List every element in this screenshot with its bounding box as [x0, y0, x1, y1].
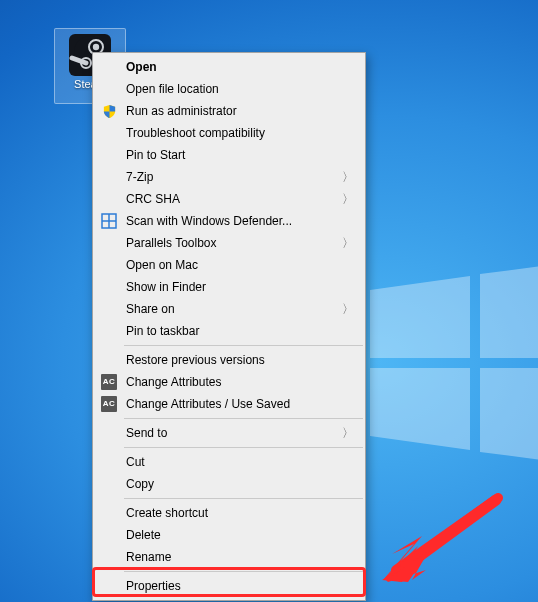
menu-item-troubleshoot-compatibility[interactable]: Troubleshoot compatibility: [94, 122, 364, 144]
menu-item-change-attributes[interactable]: AC Change Attributes: [94, 371, 364, 393]
menu-item-label: Show in Finder: [126, 280, 206, 294]
menu-item-change-attributes-saved[interactable]: AC Change Attributes / Use Saved: [94, 393, 364, 415]
svg-marker-19: [386, 550, 430, 582]
svg-marker-16: [383, 546, 418, 580]
svg-marker-18: [386, 552, 428, 582]
menu-item-label: CRC SHA: [126, 192, 180, 206]
chevron-right-icon: 〉: [342, 232, 354, 254]
svg-marker-14: [383, 536, 422, 580]
defender-shield-icon: [100, 212, 118, 230]
menu-item-pin-to-taskbar[interactable]: Pin to taskbar: [94, 320, 364, 342]
menu-separator: [124, 418, 363, 419]
menu-separator: [124, 571, 363, 572]
menu-item-7zip[interactable]: 7-Zip 〉: [94, 166, 364, 188]
svg-marker-2: [370, 368, 470, 450]
svg-marker-3: [480, 368, 538, 460]
menu-item-label: Pin to taskbar: [126, 324, 199, 338]
annotation-arrow: [378, 490, 508, 590]
menu-item-label: Scan with Windows Defender...: [126, 214, 292, 228]
svg-marker-15: [382, 560, 418, 582]
menu-separator: [124, 447, 363, 448]
menu-item-show-in-finder[interactable]: Show in Finder: [94, 276, 364, 298]
menu-item-send-to[interactable]: Send to 〉: [94, 422, 364, 444]
svg-point-6: [93, 44, 99, 50]
menu-item-crc-sha[interactable]: CRC SHA 〉: [94, 188, 364, 210]
menu-item-label: Properties: [126, 579, 181, 593]
menu-item-label: Parallels Toolbox: [126, 236, 217, 250]
menu-item-label: Run as administrator: [126, 104, 237, 118]
attribute-changer-icon: AC: [100, 395, 118, 413]
menu-item-label: Open file location: [126, 82, 219, 96]
menu-item-label: Open on Mac: [126, 258, 198, 272]
menu-item-properties[interactable]: Properties: [94, 575, 364, 597]
svg-marker-0: [370, 276, 470, 358]
menu-item-restore-previous-versions[interactable]: Restore previous versions: [94, 349, 364, 371]
menu-item-scan-defender[interactable]: Scan with Windows Defender...: [94, 210, 364, 232]
menu-item-cut[interactable]: Cut: [94, 451, 364, 473]
menu-separator: [124, 498, 363, 499]
chevron-right-icon: 〉: [342, 188, 354, 210]
menu-item-label: Troubleshoot compatibility: [126, 126, 265, 140]
menu-item-label: Delete: [126, 528, 161, 542]
svg-line-17: [406, 500, 496, 566]
menu-item-parallels-toolbox[interactable]: Parallels Toolbox 〉: [94, 232, 364, 254]
menu-item-delete[interactable]: Delete: [94, 524, 364, 546]
menu-item-label: Copy: [126, 477, 154, 491]
chevron-right-icon: 〉: [342, 298, 354, 320]
menu-item-copy[interactable]: Copy: [94, 473, 364, 495]
menu-item-open-on-mac[interactable]: Open on Mac: [94, 254, 364, 276]
menu-item-label: Share on: [126, 302, 175, 316]
menu-item-label: 7-Zip: [126, 170, 153, 184]
menu-item-open-file-location[interactable]: Open file location: [94, 78, 364, 100]
context-menu: Open Open file location Run as administr…: [92, 52, 366, 601]
menu-item-label: Change Attributes / Use Saved: [126, 397, 290, 411]
menu-item-open[interactable]: Open: [94, 56, 364, 78]
menu-separator: [124, 345, 363, 346]
attribute-changer-icon: AC: [100, 373, 118, 391]
chevron-right-icon: 〉: [342, 422, 354, 444]
menu-item-label: Restore previous versions: [126, 353, 265, 367]
desktop-background: Steam Open Open file location Run as adm…: [0, 0, 538, 602]
menu-item-label: Cut: [126, 455, 145, 469]
menu-item-label: Open: [126, 60, 157, 74]
menu-item-label: Send to: [126, 426, 167, 440]
menu-item-pin-to-start[interactable]: Pin to Start: [94, 144, 364, 166]
menu-item-label: Create shortcut: [126, 506, 208, 520]
menu-item-label: Change Attributes: [126, 375, 221, 389]
menu-item-rename[interactable]: Rename: [94, 546, 364, 568]
menu-item-run-as-administrator[interactable]: Run as administrator: [94, 100, 364, 122]
windows-logo-watermark: [370, 260, 538, 460]
menu-item-label: Rename: [126, 550, 171, 564]
svg-point-8: [84, 61, 88, 65]
menu-item-label: Pin to Start: [126, 148, 185, 162]
chevron-right-icon: 〉: [342, 166, 354, 188]
shield-uac-icon: [100, 102, 118, 120]
menu-item-share-on[interactable]: Share on 〉: [94, 298, 364, 320]
svg-line-13: [396, 498, 498, 570]
menu-item-create-shortcut[interactable]: Create shortcut: [94, 502, 364, 524]
svg-marker-1: [480, 260, 538, 358]
annotation-arrow-overlay: [378, 490, 508, 590]
